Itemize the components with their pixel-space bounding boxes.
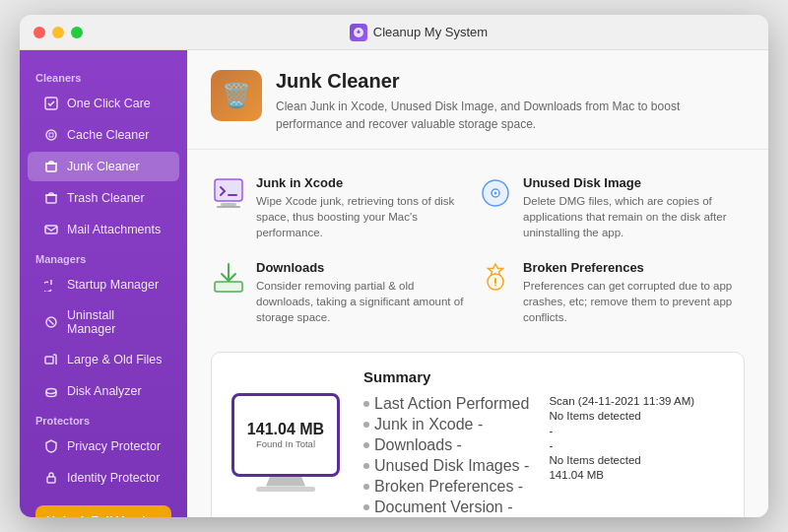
startup-manager-icon (43, 277, 59, 293)
window-title: Cleanup My System (373, 25, 488, 39)
sidebar: Cleaners One Click Care Cache Cleaner Ju… (20, 50, 187, 517)
window-title-area: Cleanup My System (83, 24, 755, 41)
svg-rect-12 (47, 477, 55, 483)
summary-values-col: Scan (24-11-2021 11:39 AM) No Items dete… (549, 395, 694, 516)
summary-value: No Items detected (549, 454, 694, 466)
summary-label: Document Version - (374, 499, 513, 516)
summary-label: Broken Preferences - (374, 478, 523, 496)
feature-broken-preferences-text: Broken Preferences Preferences can get c… (523, 260, 733, 325)
summary-monitor: 141.04 MB Found In Total (231, 393, 340, 492)
feature-description: Preferences can get corrupted due to app… (523, 278, 733, 325)
sidebar-item-identity-protector[interactable]: Identity Protector (28, 463, 179, 493)
sidebar-item-junk-cleaner[interactable]: Junk Cleaner (28, 152, 179, 181)
sidebar-item-label: Startup Manager (67, 278, 159, 292)
svg-rect-15 (217, 206, 240, 208)
main-window: Cleanup My System Cleaners One Click Car… (20, 15, 768, 517)
total-size: 141.04 MB (247, 421, 324, 438)
feature-description: Wipe Xcode junk, retrieving tons of disk… (256, 193, 466, 240)
svg-point-22 (494, 285, 496, 287)
mail-attachments-icon (43, 222, 59, 237)
summary-section: 141.04 MB Found In Total Summary Last Ac… (211, 352, 745, 517)
dot (363, 442, 369, 448)
trash-cleaner-icon (43, 190, 59, 206)
monitor-base (256, 487, 315, 492)
downloads-icon (211, 260, 246, 296)
svg-rect-3 (46, 164, 56, 171)
header-text: Junk Cleaner Clean Junk in Xcode, Unused… (276, 70, 745, 133)
uninstall-manager-icon (43, 314, 59, 330)
summary-title: Summary (363, 368, 724, 385)
sidebar-item-disk-analyzer[interactable]: Disk Analyzer (28, 376, 179, 406)
summary-labels-col: Last Action Performed Junk in Xcode - Do… (363, 395, 529, 516)
summary-row: Document Version - (363, 499, 529, 516)
sidebar-item-label: Mail Attachments (67, 223, 161, 236)
summary-value: No Items detected (549, 410, 694, 422)
sidebar-item-label: Trash Cleaner (67, 191, 145, 205)
sidebar-item-mail-attachments[interactable]: Mail Attachments (28, 215, 179, 244)
feature-description: Consider removing partial & old download… (256, 278, 466, 325)
feature-title: Junk in Xcode (256, 175, 466, 190)
sidebar-item-label: Large & Old Files (67, 353, 163, 366)
main-layout: Cleaners One Click Care Cache Cleaner Ju… (20, 50, 768, 517)
summary-content: Summary Last Action Performed Junk in Xc… (363, 368, 724, 516)
svg-point-2 (46, 130, 56, 140)
feature-broken-preferences: Broken Preferences Preferences can get c… (478, 250, 745, 335)
feature-title: Unused Disk Image (523, 175, 733, 190)
svg-rect-7 (45, 226, 57, 233)
sidebar-item-uninstall-manager[interactable]: Uninstall Manager (28, 301, 179, 343)
titlebar: Cleanup My System (20, 15, 768, 50)
feature-junk-in-xcode-text: Junk in Xcode Wipe Xcode junk, retrievin… (256, 175, 466, 240)
close-button[interactable] (33, 27, 45, 38)
minimize-button[interactable] (52, 27, 64, 38)
maximize-button[interactable] (71, 27, 83, 38)
summary-value: Scan (24-11-2021 11:39 AM) (549, 395, 694, 407)
sidebar-item-label: Privacy Protector (67, 439, 161, 453)
traffic-lights (33, 27, 83, 38)
features-grid: Junk in Xcode Wipe Xcode junk, retrievin… (187, 150, 768, 352)
summary-label: Downloads - (374, 436, 462, 454)
unused-disk-image-icon (478, 175, 513, 211)
summary-label: Last Action Performed (374, 395, 529, 413)
svg-rect-19 (215, 282, 242, 292)
monitor-screen: 141.04 MB Found In Total (231, 393, 340, 477)
feature-junk-in-xcode: Junk in Xcode Wipe Xcode junk, retrievin… (211, 166, 478, 250)
sidebar-bottom: Unlock Full Version (20, 494, 187, 517)
main-content: 🗑️ Junk Cleaner Clean Junk in Xcode, Unu… (187, 50, 768, 517)
svg-rect-14 (221, 203, 236, 206)
feature-description: Delete DMG files, which are copies of ap… (523, 193, 733, 240)
svg-rect-5 (46, 195, 56, 203)
sidebar-item-large-old-files[interactable]: Large & Old Files (28, 345, 179, 374)
identity-protector-icon (43, 470, 59, 486)
svg-point-11 (46, 389, 56, 394)
large-old-files-icon (43, 352, 59, 367)
sidebar-item-startup-manager[interactable]: Startup Manager (28, 270, 179, 299)
sidebar-item-cache-cleaner[interactable]: Cache Cleaner (28, 120, 179, 150)
protectors-section-label: Protectors (20, 407, 187, 431)
svg-rect-13 (215, 179, 242, 201)
disk-analyzer-icon (43, 383, 59, 399)
junk-in-xcode-icon (211, 175, 246, 211)
app-icon (350, 24, 367, 41)
svg-point-18 (494, 192, 497, 195)
monitor-stand (266, 477, 305, 487)
junk-cleaner-icon (43, 159, 59, 174)
svg-rect-10 (45, 357, 53, 364)
sidebar-item-label: Identity Protector (67, 471, 161, 485)
summary-row: Unused Disk Images - (363, 457, 529, 475)
sidebar-item-trash-cleaner[interactable]: Trash Cleaner (28, 183, 179, 213)
sidebar-item-label: One Click Care (67, 97, 151, 110)
sidebar-item-privacy-protector[interactable]: Privacy Protector (28, 432, 179, 461)
sidebar-item-label: Junk Cleaner (67, 160, 140, 173)
feature-unused-disk-image: Unused Disk Image Delete DMG files, whic… (478, 166, 745, 250)
dot (363, 484, 369, 490)
feature-downloads-text: Downloads Consider removing partial & ol… (256, 260, 466, 325)
managers-section-label: Managers (20, 245, 187, 269)
unlock-full-version-button[interactable]: Unlock Full Version (35, 505, 171, 517)
page-description: Clean Junk in Xcode, Unused Disk Image, … (276, 98, 745, 133)
sidebar-item-one-click-care[interactable]: One Click Care (28, 89, 179, 118)
cache-cleaner-icon (43, 127, 59, 143)
summary-row: Junk in Xcode - (363, 416, 529, 433)
dot (363, 504, 369, 510)
dot (363, 401, 369, 407)
junk-cleaner-header-icon: 🗑️ (211, 70, 262, 121)
